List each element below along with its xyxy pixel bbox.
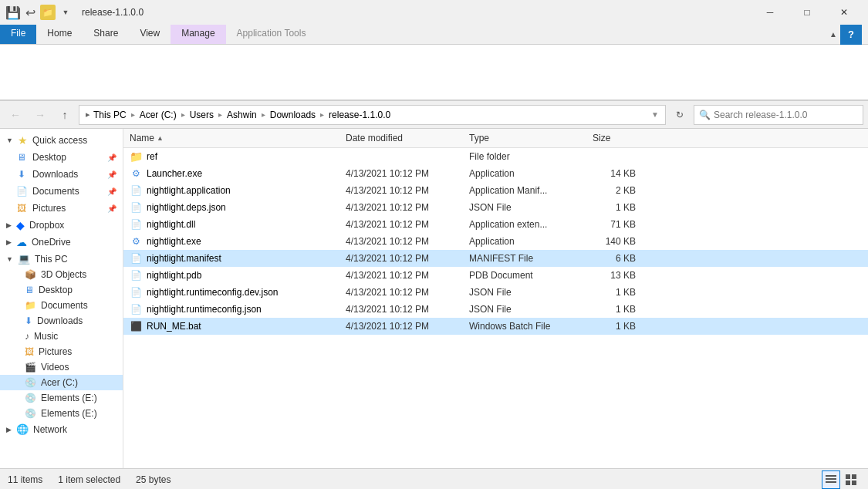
- undo-icon[interactable]: ↩: [23, 5, 37, 19]
- table-row[interactable]: 📄 nightlight.dll 4/13/2021 10:12 PM Appl…: [123, 216, 868, 233]
- chevron-right-onedrive: ▶: [6, 238, 12, 246]
- pictures-icon-qa: 🖼: [15, 202, 28, 214]
- pin-icon: 📌: [107, 153, 117, 162]
- sidebar-item-pictures-qa[interactable]: 🖼 Pictures 📌: [0, 200, 123, 217]
- sidebar-elements-e2-label: Elements (E:): [41, 408, 97, 419]
- svg-rect-2: [826, 481, 836, 483]
- table-row[interactable]: 📁 ref File folder: [123, 148, 868, 165]
- sidebar-item-pictures-pc[interactable]: 🖼 Pictures: [0, 344, 123, 359]
- tab-home[interactable]: Home: [36, 25, 83, 44]
- dropbox-label: Dropbox: [29, 220, 64, 231]
- col-header-size[interactable]: Size: [586, 131, 648, 145]
- maximize-button[interactable]: □: [789, 0, 825, 25]
- table-row[interactable]: ⚙ Launcher.exe 4/13/2021 10:12 PM Applic…: [123, 165, 868, 182]
- table-row[interactable]: 📄 nightlight.application 4/13/2021 10:12…: [123, 182, 868, 199]
- file-size-cell: 2 KB: [586, 184, 648, 197]
- drive-e2-icon: 💿: [25, 408, 36, 419]
- col-header-date[interactable]: Date modified: [339, 131, 463, 145]
- forward-button[interactable]: →: [29, 104, 51, 126]
- back-button[interactable]: ←: [5, 104, 26, 126]
- search-box[interactable]: 🔍: [694, 105, 863, 125]
- minimize-button[interactable]: ─: [752, 0, 788, 25]
- sort-asc-icon: ▲: [157, 134, 164, 142]
- search-input[interactable]: [714, 110, 858, 120]
- table-row[interactable]: 📄 nightlight.manifest 4/13/2021 10:12 PM…: [123, 250, 868, 267]
- save-icon[interactable]: 💾: [6, 5, 20, 19]
- path-dropdown-arrow[interactable]: ▼: [651, 110, 659, 119]
- sidebar-item-downloads-qa[interactable]: ⬇ Downloads 📌: [0, 166, 123, 183]
- table-row[interactable]: ⬛ RUN_ME.bat 4/13/2021 10:12 PM Windows …: [123, 318, 868, 335]
- file-name: nightlight.deps.json: [147, 202, 226, 213]
- file-name: nightlight.runtimeconfig.dev.json: [147, 287, 279, 298]
- sidebar-item-videos[interactable]: 🎬 Videos: [0, 359, 123, 375]
- col-header-type[interactable]: Type: [463, 131, 586, 145]
- path-arrow: ▸: [86, 110, 90, 120]
- main-area: ▼ ★ Quick access 🖥 Desktop 📌 ⬇ Downloads…: [0, 129, 868, 468]
- onedrive-icon: ☁: [16, 236, 27, 248]
- table-row[interactable]: 📄 nightlight.runtimeconfig.dev.json 4/13…: [123, 284, 868, 301]
- table-row[interactable]: ⚙ nightlight.exe 4/13/2021 10:12 PM Appl…: [123, 233, 868, 250]
- large-icons-view-button[interactable]: [842, 470, 860, 489]
- file-date-cell: 4/13/2021 10:12 PM: [339, 184, 463, 197]
- sidebar-item-acerC[interactable]: 💿 Acer (C:): [0, 375, 123, 390]
- path-users[interactable]: Users: [190, 110, 214, 120]
- sidebar-quickaccess-header[interactable]: ▼ ★ Quick access: [0, 132, 123, 149]
- sidebar-item-music[interactable]: ♪ Music: [0, 329, 123, 344]
- tab-manage[interactable]: Manage: [171, 25, 225, 44]
- sidebar-item-downloads-pc[interactable]: ⬇ Downloads: [0, 313, 123, 329]
- table-row[interactable]: 📄 nightlight.deps.json 4/13/2021 10:12 P…: [123, 199, 868, 216]
- sidebar-thispc-header[interactable]: ▼ 💻 This PC: [0, 251, 123, 267]
- path-release[interactable]: release-1.1.0.0: [329, 110, 390, 120]
- file-name: Launcher.exe: [147, 168, 202, 179]
- path-downloads[interactable]: Downloads: [270, 110, 316, 120]
- file-size-cell: 71 KB: [586, 218, 648, 231]
- window-title: release-1.1.0.0: [82, 7, 144, 18]
- table-row[interactable]: 📄 nightlight.pdb 4/13/2021 10:12 PM PDB …: [123, 267, 868, 284]
- help-button[interactable]: ?: [840, 25, 862, 45]
- file-size-cell: 140 KB: [586, 235, 648, 248]
- sidebar-network[interactable]: ▶ 🌐 Network: [0, 421, 123, 437]
- path-acer[interactable]: Acer (C:): [140, 110, 177, 120]
- col-header-name[interactable]: Name ▲: [123, 131, 339, 145]
- up-button[interactable]: ↑: [54, 104, 76, 126]
- tab-share[interactable]: Share: [83, 25, 129, 44]
- chevron-down-icon: ▼: [6, 137, 13, 144]
- sidebar-item-desktop-qa[interactable]: 🖥 Desktop 📌: [0, 149, 123, 166]
- dropdown-icon[interactable]: ▼: [59, 5, 73, 19]
- sidebar-onedrive[interactable]: ▶ ☁ OneDrive: [0, 234, 123, 251]
- sidebar-item-elements-e1[interactable]: 💿 Elements (E:): [0, 390, 123, 406]
- file-type-cell: Application: [463, 235, 586, 248]
- refresh-button[interactable]: ↻: [669, 104, 691, 126]
- table-row[interactable]: 📄 nightlight.runtimeconfig.json 4/13/202…: [123, 301, 868, 318]
- file-name: nightlight.runtimeconfig.json: [147, 304, 262, 315]
- item-count: 11 items: [8, 474, 42, 485]
- sidebar-item-3dobjects[interactable]: 📦 3D Objects: [0, 267, 123, 282]
- exe-icon: ⚙: [130, 167, 142, 180]
- details-view-button[interactable]: [822, 470, 840, 489]
- close-button[interactable]: ✕: [826, 0, 862, 25]
- ribbon-collapse-btn[interactable]: ▲: [829, 30, 837, 39]
- sidebar-item-desktop-pc[interactable]: 🖥 Desktop: [0, 282, 123, 298]
- svg-rect-1: [826, 478, 836, 480]
- file-name: nightlight.application: [147, 185, 231, 196]
- sidebar-documents-label: Documents: [32, 186, 79, 197]
- file-date-cell: 4/13/2021 10:12 PM: [339, 269, 463, 282]
- details-view-icon: [826, 474, 836, 485]
- chevron-right-icon: ▶: [6, 221, 12, 229]
- sidebar-desktop-label: Desktop: [32, 152, 66, 163]
- file-size-cell: 1 KB: [586, 320, 648, 332]
- file-type-cell: JSON File: [463, 303, 586, 315]
- path-thispc[interactable]: This PC: [93, 110, 127, 120]
- tab-view[interactable]: View: [129, 25, 171, 44]
- path-ashwin[interactable]: Ashwin: [227, 110, 257, 120]
- sidebar-item-elements-e2[interactable]: 💿 Elements (E:): [0, 406, 123, 421]
- sidebar-dropbox[interactable]: ▶ ◆ Dropbox: [0, 217, 123, 234]
- tab-file[interactable]: File: [0, 25, 36, 44]
- svg-rect-3: [846, 474, 850, 479]
- drive-e1-icon: 💿: [25, 393, 36, 403]
- tab-application-tools[interactable]: Application Tools: [226, 25, 317, 44]
- sidebar-item-documents-qa[interactable]: 📄 Documents 📌: [0, 183, 123, 200]
- address-bar[interactable]: ▸ This PC ▸ Acer (C:) ▸ Users ▸ Ashwin ▸…: [79, 105, 666, 125]
- folder-qat-icon: 📁: [40, 5, 56, 20]
- sidebar-item-documents-pc[interactable]: 📁 Documents: [0, 298, 123, 313]
